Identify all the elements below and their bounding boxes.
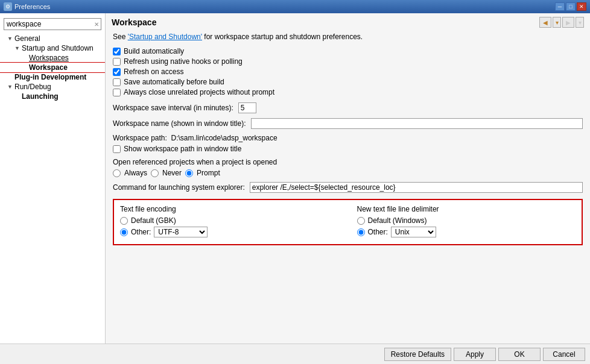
- sidebar-item-launching[interactable]: Launching: [0, 92, 105, 101]
- workspace-path-label: Workspace path:: [113, 134, 169, 142]
- title-text: Preferences: [14, 3, 50, 10]
- radio-always[interactable]: [113, 169, 121, 177]
- sidebar-item-plugin-dev[interactable]: Plug-in Development: [0, 72, 105, 82]
- expand-arrow-run: ▼: [7, 84, 13, 90]
- checkbox-show-path: Show workspace path in window title: [113, 145, 583, 153]
- sidebar-item-run-debug[interactable]: ▼ Run/Debug: [0, 82, 105, 92]
- search-box-wrap: ✕: [4, 18, 101, 30]
- command-label: Command for launching system explorer:: [113, 183, 245, 192]
- sidebar-item-startup-shutdown[interactable]: ▼ Startup and Shutdown: [0, 43, 105, 53]
- restore-defaults-button[interactable]: Restore Defaults: [384, 348, 451, 361]
- checkbox-refresh-native: Refresh using native hooks or polling: [113, 57, 583, 66]
- checkbox-refresh-access: Refresh on access: [113, 67, 583, 76]
- sidebar-item-plugin-label: Plug-in Development: [14, 73, 86, 81]
- close-button[interactable]: ✕: [577, 2, 586, 11]
- encoding-title: Text file encoding: [120, 205, 339, 213]
- info-line: See 'Startup and Shutdown' for workspace…: [113, 33, 583, 41]
- checkbox-build-auto-label: Build automatically: [124, 47, 184, 55]
- info-text-suffix: for workspace startup and shutdown prefe…: [202, 33, 363, 41]
- checkbox-refresh-native-label: Refresh using native hooks or polling: [124, 57, 243, 66]
- bottom-buttons: Restore Defaults Apply OK Cancel: [0, 344, 590, 364]
- radio-never[interactable]: [151, 169, 159, 177]
- checkbox-build-auto: Build automatically: [113, 47, 583, 55]
- checkbox-show-path-input[interactable]: [113, 145, 121, 153]
- save-interval-row: Workspace save interval (in minutes):: [113, 102, 583, 113]
- checkbox-close-unrelated: Always close unrelated projects without …: [113, 88, 583, 96]
- save-interval-input[interactable]: [238, 102, 256, 113]
- line-delimiter-title: New text file line delimiter: [357, 205, 576, 213]
- checkbox-save-before-build-input[interactable]: [113, 78, 121, 86]
- sidebar-item-workspaces-label: Workspaces: [29, 54, 69, 62]
- checkbox-refresh-access-input[interactable]: [113, 68, 121, 76]
- ok-button[interactable]: OK: [498, 348, 541, 361]
- workspace-name-row: Workspace name (shown in window title):: [113, 118, 583, 129]
- sidebar-item-launching-label: Launching: [22, 92, 59, 101]
- radio-always-label: Always: [124, 169, 147, 177]
- sidebar-item-startup-label: Startup and Shutdown: [22, 44, 94, 52]
- delimiter-default-radio[interactable]: [357, 217, 365, 225]
- sidebar-item-workspace-label: Workspace: [29, 63, 68, 72]
- radio-prompt[interactable]: [185, 169, 193, 177]
- title-bar: ⚙ Preferences ─ □ ✕: [0, 0, 590, 13]
- encoding-default-radio[interactable]: [120, 217, 128, 225]
- workspace-path-value: D:\sam.lin\code\adsp_workspace: [171, 134, 278, 142]
- command-input[interactable]: [250, 182, 583, 193]
- delimiter-other-radio[interactable]: [357, 228, 365, 236]
- delimiter-default-row: Default (Windows): [357, 216, 576, 225]
- delimiter-default-label: Default (Windows): [368, 216, 427, 225]
- checkbox-refresh-access-label: Refresh on access: [124, 67, 183, 76]
- workspace-name-label: Workspace name (shown in window title):: [113, 119, 246, 128]
- sidebar-item-workspace[interactable]: Workspace: [0, 63, 105, 72]
- workspace-name-input[interactable]: [251, 118, 583, 129]
- sidebar-item-general-label: General: [14, 34, 40, 43]
- content-body: See 'Startup and Shutdown' for workspace…: [106, 30, 590, 344]
- encoding-other-label: Other:: [131, 228, 151, 236]
- content-header: Workspace ◀ ▾ ▶ ▾: [106, 13, 590, 30]
- maximize-button[interactable]: □: [566, 2, 576, 11]
- app-icon: ⚙: [4, 2, 12, 11]
- text-encoding-section: Text file encoding Default (GBK) Other: …: [120, 205, 339, 239]
- page-title: Workspace: [112, 17, 156, 27]
- forward-dropdown-button[interactable]: ▾: [576, 17, 584, 28]
- radio-prompt-label: Prompt: [197, 169, 220, 177]
- sidebar-item-run-label: Run/Debug: [14, 83, 51, 91]
- startup-shutdown-link[interactable]: 'Startup and Shutdown': [128, 33, 202, 41]
- checkbox-save-before-build: Save automatically before build: [113, 78, 583, 86]
- checkbox-close-unrelated-label: Always close unrelated projects without …: [124, 88, 274, 96]
- checkbox-build-auto-input[interactable]: [113, 48, 121, 55]
- open-projects-label: Open referenced projects when a project …: [113, 158, 583, 166]
- minimize-button[interactable]: ─: [555, 2, 565, 11]
- back-dropdown-button[interactable]: ▾: [553, 17, 561, 28]
- save-interval-label: Workspace save interval (in minutes):: [113, 104, 233, 112]
- sidebar-item-workspaces[interactable]: Workspaces: [0, 53, 105, 63]
- encoding-select[interactable]: UTF-8 UTF-16 ISO-8859-1 GBK: [154, 227, 208, 237]
- checkbox-save-before-build-label: Save automatically before build: [124, 78, 224, 86]
- apply-button[interactable]: Apply: [454, 348, 496, 361]
- radio-never-label: Never: [162, 169, 182, 177]
- checkbox-refresh-native-input[interactable]: [113, 58, 121, 66]
- encoding-default-row: Default (GBK): [120, 216, 339, 225]
- checkbox-close-unrelated-input[interactable]: [113, 89, 121, 96]
- sidebar-item-general[interactable]: ▼ General: [0, 34, 105, 43]
- back-button[interactable]: ◀: [539, 17, 551, 28]
- expand-arrow-general: ▼: [7, 36, 13, 42]
- checkbox-show-path-label: Show workspace path in window title: [124, 145, 241, 153]
- title-buttons: ─ □ ✕: [555, 2, 586, 11]
- nav-buttons: ◀ ▾ ▶ ▾: [539, 17, 584, 28]
- command-row: Command for launching system explorer:: [113, 182, 583, 193]
- encoding-box: Text file encoding Default (GBK) Other: …: [113, 199, 583, 245]
- search-input[interactable]: [4, 19, 92, 30]
- forward-button[interactable]: ▶: [562, 17, 574, 28]
- workspace-path-row: Workspace path: D:\sam.lin\code\adsp_wor…: [113, 134, 583, 142]
- info-text-prefix: See: [113, 33, 128, 41]
- encoding-other-radio[interactable]: [120, 228, 128, 236]
- line-delimiter-section: New text file line delimiter Default (Wi…: [357, 205, 576, 239]
- content-area: Workspace ◀ ▾ ▶ ▾ See 'Startup and Shutd…: [106, 13, 590, 344]
- cancel-button[interactable]: Cancel: [543, 348, 585, 361]
- encoding-default-label: Default (GBK): [131, 216, 176, 225]
- sidebar: ✕ ▼ General ▼ Startup and Shutdown Works…: [0, 13, 106, 344]
- delimiter-other-label: Other:: [368, 228, 388, 236]
- delimiter-select[interactable]: Unix Windows Mac: [391, 227, 436, 237]
- search-clear-button[interactable]: ✕: [92, 20, 101, 28]
- encoding-other-row: Other: UTF-8 UTF-16 ISO-8859-1 GBK: [120, 227, 339, 237]
